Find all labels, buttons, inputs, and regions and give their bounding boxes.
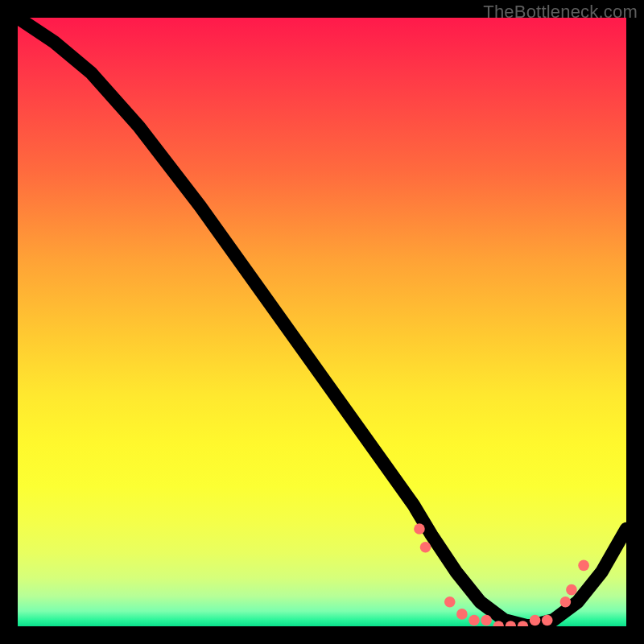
marker-dot [530, 615, 541, 626]
marker-dot [444, 597, 456, 608]
marker-dot [469, 615, 480, 626]
watermark-text: TheBottleneck.com [483, 2, 638, 23]
marker-dot [560, 597, 572, 608]
marker-dot [456, 609, 468, 620]
marker-dot [542, 615, 553, 626]
marker-dot [420, 542, 431, 553]
marker-dot [481, 615, 492, 626]
marker-dot [414, 523, 425, 535]
plot-area [18, 18, 626, 626]
marker-dot [578, 560, 589, 572]
bottleneck-curve [18, 18, 626, 626]
marker-dot [566, 584, 577, 596]
chart-frame: TheBottleneck.com [0, 0, 644, 644]
curve-layer [18, 18, 626, 626]
